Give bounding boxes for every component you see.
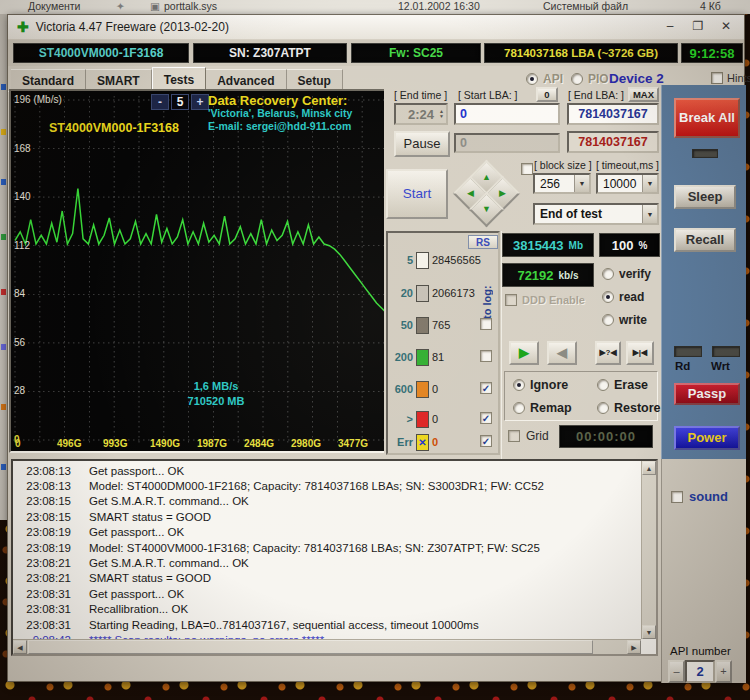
log-time: 23:08:21	[13, 572, 71, 584]
seek-error-button[interactable]: ▶?◀	[595, 341, 621, 365]
mode-verify[interactable]: verify	[602, 267, 651, 281]
minimize-button[interactable]: –	[658, 18, 682, 36]
counter-label: 200	[391, 351, 413, 363]
counter-log-checkbox[interactable]: ✓	[480, 382, 492, 394]
sleep-button[interactable]: Sleep	[674, 185, 736, 209]
end-time-label: [ End time ]	[394, 89, 447, 101]
hints-checkbox[interactable]	[711, 72, 723, 84]
ops-ignore[interactable]: Ignore	[513, 378, 568, 392]
scrollbar-thumb[interactable]	[28, 640, 593, 654]
drive-firmware-display: Fw: SC25	[351, 43, 481, 63]
end-time-value: 2:24	[408, 107, 434, 122]
log-line: 23:08:13Get passport... OK	[13, 463, 640, 478]
log-time: 23:08:31	[13, 603, 71, 615]
api-plus-button[interactable]: +	[715, 660, 732, 683]
write-radio[interactable]	[602, 314, 614, 326]
counter-color-box	[416, 381, 429, 398]
timeout-value: 10000	[603, 177, 636, 191]
scale-minus-button[interactable]: -	[151, 94, 169, 110]
title-bar: ✚ Victoria 4.47 Freeware (2013-02-20) – …	[8, 15, 744, 39]
recall-button[interactable]: Recall	[674, 228, 736, 252]
read-led	[674, 346, 702, 357]
test-controls-panel: [ End time ] [ Start LBA: ] 0 [ End LBA:…	[384, 85, 661, 459]
close-button[interactable]: ✕	[714, 18, 738, 36]
verify-radio[interactable]	[602, 268, 614, 280]
log-line: 23:08:19Model: ST4000VM000-1F3168; Capac…	[13, 540, 640, 555]
api-radio[interactable]	[526, 73, 538, 85]
start-button[interactable]: Start	[386, 169, 448, 219]
bottom-right-panel: sound API number – 2 +	[661, 459, 746, 683]
max-button[interactable]: MAX	[628, 87, 659, 102]
chevron-down-icon[interactable]: ▼	[574, 175, 589, 192]
play-button[interactable]: ▶	[509, 341, 539, 365]
counter-value: 28456565	[432, 254, 481, 266]
log-vertical-scrollbar[interactable]: ▲ ▼	[641, 461, 656, 639]
scroll-up-icon[interactable]: ▲	[642, 461, 656, 475]
victoria-window: ✚ Victoria 4.47 Freeware (2013-02-20) – …	[7, 14, 745, 682]
pause-button[interactable]: Pause	[394, 131, 450, 157]
chevron-down-icon[interactable]: ▼	[642, 205, 657, 223]
erase-radio[interactable]	[597, 379, 609, 391]
ops-remap[interactable]: Remap	[513, 401, 572, 415]
timer-display: 00:00:00	[559, 425, 653, 448]
log-text: Get passport... OK	[89, 588, 184, 600]
seek-end-button[interactable]: ▶|◀	[626, 341, 654, 365]
ops-restore[interactable]: Restore	[597, 401, 661, 415]
x-tick: 993G	[103, 438, 127, 449]
ignore-radio[interactable]	[513, 379, 525, 391]
spinner-down-icon[interactable]: ▼	[439, 114, 444, 119]
grid-checkbox[interactable]	[508, 430, 520, 442]
ddd-enable-checkbox[interactable]	[505, 294, 517, 306]
rate-value: 72192	[517, 268, 553, 283]
rs-button[interactable]: RS	[468, 235, 498, 249]
back-button[interactable]: ◀	[547, 341, 577, 365]
mode-write[interactable]: write	[602, 313, 647, 327]
grid-control[interactable]: Grid	[508, 429, 549, 443]
counter-log-checkbox[interactable]: ✓	[480, 435, 492, 447]
end-time-spinner[interactable]: 2:24 ▲ ▼	[394, 103, 448, 125]
block-size-dropdown[interactable]: 256 ▼	[533, 173, 591, 194]
break-all-button[interactable]: Break All	[674, 98, 740, 138]
end-lba-input[interactable]: 7814037167	[567, 103, 659, 125]
counter-log-checkbox[interactable]	[480, 318, 492, 330]
scroll-left-icon[interactable]: ◀	[13, 640, 27, 654]
scale-plus-button[interactable]: +	[191, 94, 209, 110]
start-lba-input[interactable]: 0	[454, 103, 560, 125]
restore-radio[interactable]	[597, 402, 609, 414]
explorer-file-type: Системный файл	[543, 0, 628, 12]
banner-title: Data Recovery Center:	[208, 93, 347, 108]
passp-button[interactable]: Passp	[674, 383, 740, 405]
scroll-right-icon[interactable]: ▶	[627, 640, 641, 654]
timeout-label: [ timeout,ms ]	[596, 159, 659, 171]
sound-control[interactable]: sound	[671, 489, 728, 504]
drive-serial-display: SN: Z307ATPT	[193, 43, 347, 63]
scroll-down-icon[interactable]: ▼	[642, 625, 656, 639]
speed-graph: 196 (Mb/s)1681401128456280 0496G993G1490…	[9, 89, 390, 453]
maximize-button[interactable]: ❐	[686, 18, 710, 36]
start-lba-zero-button[interactable]: 0	[536, 87, 558, 102]
power-button[interactable]: Power	[674, 426, 740, 450]
mode-read[interactable]: read	[602, 290, 644, 304]
to-log-label: to log:	[481, 255, 493, 319]
log-horizontal-scrollbar[interactable]: ◀ ▶	[13, 639, 641, 654]
pio-radio[interactable]	[571, 73, 583, 85]
counter-row: 20081	[391, 348, 444, 366]
api-number-value: 2	[685, 660, 715, 683]
end-action-dropdown[interactable]: End of test ▼	[533, 203, 659, 225]
counter-value: 765	[432, 319, 450, 331]
chevron-down-icon[interactable]: ▼	[642, 175, 657, 192]
sound-checkbox[interactable]	[671, 491, 683, 503]
read-radio[interactable]	[602, 291, 614, 303]
ops-erase[interactable]: Erase	[597, 378, 648, 392]
log-line: 23:08:21Get S.M.A.R.T. command... OK	[13, 555, 640, 570]
hints-control[interactable]: Hints	[711, 72, 750, 84]
nav-arrows: ▲ ◀ ▶ ▼	[458, 165, 514, 221]
api-minus-button[interactable]: –	[668, 660, 685, 683]
timeout-dropdown[interactable]: 10000 ▼	[596, 173, 659, 194]
ops-radios: IgnoreEraseRemapRestore	[505, 372, 657, 420]
remap-radio[interactable]	[513, 402, 525, 414]
background-toolbar-strip	[0, 14, 7, 520]
counter-log-checkbox[interactable]	[480, 350, 492, 362]
nav-option-checkbox[interactable]	[521, 163, 533, 175]
counter-log-checkbox[interactable]: ✓	[480, 412, 492, 424]
